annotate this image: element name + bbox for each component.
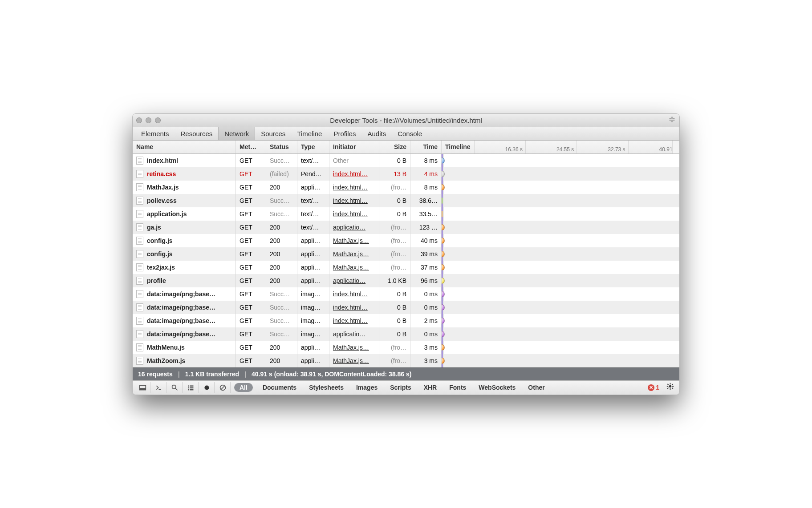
- tab-timeline[interactable]: Timeline: [291, 127, 328, 140]
- timeline-bar: [442, 198, 443, 204]
- tab-console[interactable]: Console: [392, 127, 428, 140]
- cell-timeline: [442, 314, 679, 327]
- table-body: index.htmlGETSucc…text/…Other0 B8 msreti…: [133, 154, 679, 367]
- timeline-dot: [442, 251, 445, 257]
- col-method[interactable]: Met…: [236, 141, 266, 153]
- cell-initiator[interactable]: MathJax.js…: [329, 341, 379, 354]
- minimize-window-button[interactable]: [146, 117, 151, 123]
- cell-initiator[interactable]: MathJax.js…: [329, 354, 379, 367]
- cell-name: data:image/png;base…: [133, 287, 236, 301]
- cell-name: index.html: [133, 154, 236, 167]
- cell-method: GET: [236, 154, 266, 167]
- table-row[interactable]: profileGET200appli…applicatio…1.0 KB96 m…: [133, 274, 679, 287]
- cell-name: MathMenu.js: [133, 341, 236, 354]
- cell-time: 3 ms: [410, 341, 442, 354]
- tab-elements[interactable]: Elements: [135, 127, 175, 140]
- cell-initiator[interactable]: index.html…: [329, 181, 379, 194]
- close-window-button[interactable]: [136, 117, 142, 123]
- cell-status: 200: [266, 274, 297, 287]
- cell-type: text/…: [297, 221, 329, 234]
- cell-initiator[interactable]: index.html…: [329, 207, 379, 221]
- col-time[interactable]: Time: [410, 141, 442, 153]
- svg-rect-9: [188, 389, 190, 390]
- svg-point-11: [204, 385, 209, 390]
- cell-initiator[interactable]: MathJax.js…: [329, 261, 379, 274]
- table-row[interactable]: data:image/png;base…GETSucc…imag…index.h…: [133, 301, 679, 314]
- cell-method: GET: [236, 207, 266, 221]
- cell-timeline: [442, 341, 679, 354]
- table-row[interactable]: pollev.cssGETSucc…text/…index.html…0 B38…: [133, 194, 679, 207]
- cell-initiator[interactable]: applicatio…: [329, 327, 379, 341]
- list-icon[interactable]: [183, 382, 199, 393]
- table-row[interactable]: data:image/png;base…GETSucc…imag…applica…: [133, 327, 679, 341]
- filter-images[interactable]: Images: [350, 384, 384, 391]
- cell-type: imag…: [297, 301, 329, 314]
- cell-initiator[interactable]: index.html…: [329, 314, 379, 327]
- table-row[interactable]: MathJax.jsGET200appli…index.html…(fro…8 …: [133, 181, 679, 194]
- table-row[interactable]: ga.jsGET200text/…applicatio…(fro…123 …: [133, 221, 679, 234]
- filter-websockets[interactable]: WebSockets: [472, 384, 522, 391]
- cell-type: appli…: [297, 341, 329, 354]
- dock-icon[interactable]: [135, 382, 150, 393]
- clear-icon[interactable]: [215, 382, 231, 393]
- col-name[interactable]: Name: [133, 141, 236, 153]
- filter-scripts[interactable]: Scripts: [384, 384, 417, 391]
- table-row[interactable]: retina.cssGET(failed)Pend…index.html…13 …: [133, 167, 679, 181]
- svg-rect-5: [188, 385, 190, 387]
- tab-sources[interactable]: Sources: [255, 127, 291, 140]
- table-row[interactable]: data:image/png;base…GETSucc…imag…index.h…: [133, 314, 679, 327]
- filter-documents[interactable]: Documents: [256, 384, 303, 391]
- filter-xhr[interactable]: XHR: [418, 384, 443, 391]
- settings-gear-icon[interactable]: [664, 383, 677, 392]
- col-size[interactable]: Size: [379, 141, 410, 153]
- col-initiator[interactable]: Initiator: [329, 141, 379, 153]
- cell-initiator[interactable]: index.html…: [329, 194, 379, 207]
- cell-method: GET: [236, 314, 266, 327]
- table-row[interactable]: config.jsGET200appli…MathJax.js…(fro…39 …: [133, 247, 679, 261]
- cell-initiator[interactable]: index.html…: [329, 287, 379, 301]
- filter-all[interactable]: All: [234, 383, 253, 392]
- tab-network[interactable]: Network: [218, 127, 255, 140]
- cell-status: 200: [266, 221, 297, 234]
- cell-type: text/…: [297, 194, 329, 207]
- tab-resources[interactable]: Resources: [175, 127, 219, 140]
- table-row[interactable]: data:image/png;base…GETSucc…imag…index.h…: [133, 287, 679, 301]
- cell-initiator[interactable]: MathJax.js…: [329, 234, 379, 247]
- table-row[interactable]: index.htmlGETSucc…text/…Other0 B8 ms: [133, 154, 679, 167]
- tab-profiles[interactable]: Profiles: [328, 127, 361, 140]
- table-row[interactable]: application.jsGETSucc…text/…index.html…0…: [133, 207, 679, 221]
- cell-initiator[interactable]: index.html…: [329, 167, 379, 181]
- cell-initiator[interactable]: MathJax.js…: [329, 247, 379, 261]
- table-row[interactable]: MathZoom.jsGET200appli…MathJax.js…(fro…3…: [133, 354, 679, 367]
- table-row[interactable]: config.jsGET200appli…MathJax.js…(fro…40 …: [133, 234, 679, 247]
- svg-rect-22: [667, 387, 669, 389]
- table-row[interactable]: tex2jax.jsGET200appli…MathJax.js…(fro…37…: [133, 261, 679, 274]
- file-icon: [136, 263, 143, 271]
- svg-rect-17: [667, 386, 668, 387]
- column-resizer[interactable]: [672, 141, 679, 153]
- cell-initiator[interactable]: applicatio…: [329, 274, 379, 287]
- cell-initiator[interactable]: Other: [329, 154, 379, 167]
- table-row[interactable]: MathMenu.jsGET200appli…MathJax.js…(fro…3…: [133, 341, 679, 354]
- cell-size: 0 B: [379, 154, 410, 167]
- error-count-badge[interactable]: ✕ 1: [648, 384, 659, 391]
- expand-icon[interactable]: [668, 116, 676, 125]
- zoom-window-button[interactable]: [155, 117, 161, 123]
- search-icon[interactable]: [167, 382, 183, 393]
- col-status[interactable]: Status: [266, 141, 297, 153]
- file-icon: [136, 303, 143, 311]
- col-type[interactable]: Type: [297, 141, 329, 153]
- filter-stylesheets[interactable]: Stylesheets: [303, 384, 350, 391]
- timeline-dot: [442, 157, 445, 164]
- cell-type: text/…: [297, 154, 329, 167]
- cell-size: (fro…: [379, 247, 410, 261]
- col-timeline[interactable]: Timeline 16.36 s24.55 s32.73 s40.91 s: [442, 141, 679, 153]
- filter-other[interactable]: Other: [522, 384, 551, 391]
- tab-audits[interactable]: Audits: [361, 127, 392, 140]
- cell-initiator[interactable]: index.html…: [329, 301, 379, 314]
- console-icon[interactable]: [151, 382, 166, 393]
- filter-fonts[interactable]: Fonts: [443, 384, 472, 391]
- record-icon[interactable]: [199, 382, 215, 393]
- cell-method: GET: [236, 287, 266, 301]
- cell-initiator[interactable]: applicatio…: [329, 221, 379, 234]
